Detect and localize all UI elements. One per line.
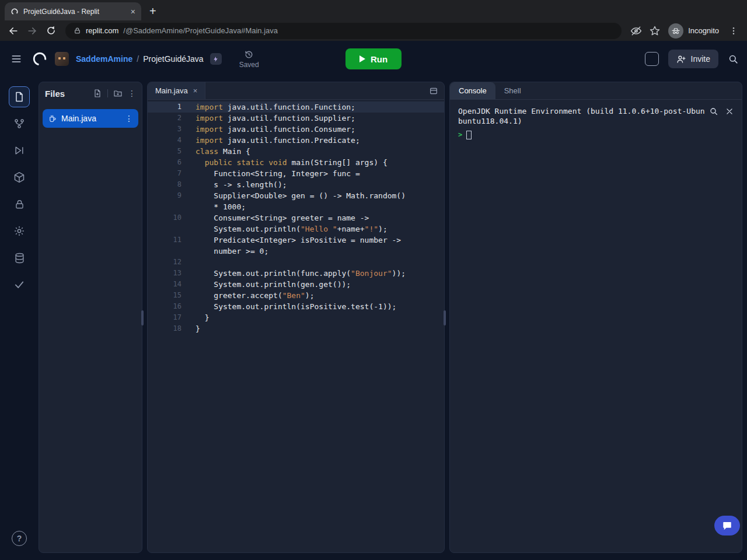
line-number[interactable]: 7 xyxy=(148,168,181,179)
help-button[interactable]: ? xyxy=(12,531,27,546)
browser-tab[interactable]: ProjetGuidéJava - Replit × xyxy=(5,2,141,20)
forward-icon[interactable] xyxy=(23,22,41,40)
code-row[interactable]: 6 public static void main(String[] args)… xyxy=(148,157,444,168)
project-status-icon[interactable] xyxy=(210,53,222,65)
code-row[interactable]: 15 greeter.accept("Ben"); xyxy=(148,290,444,301)
code-row[interactable]: 16 System.out.println(isPositive.test(-1… xyxy=(148,301,444,312)
line-number[interactable]: 10 xyxy=(148,212,181,223)
code-row[interactable]: 13 System.out.println(func.apply("Bonjou… xyxy=(148,268,444,279)
code-text: System.out.println("Hello "+name+"!"); xyxy=(181,223,388,235)
sidebar-item-run-config[interactable] xyxy=(9,140,30,161)
gear-icon xyxy=(13,225,25,237)
code-row[interactable]: 8 s -> s.length(); xyxy=(148,179,444,190)
sidebar-item-tests[interactable] xyxy=(9,274,30,295)
code-row[interactable]: 14 System.out.println(gen.get()); xyxy=(148,279,444,290)
code-row[interactable]: 3import java.util.function.Consumer; xyxy=(148,124,444,135)
line-number[interactable]: 1 xyxy=(148,102,181,113)
code-row[interactable]: 18} xyxy=(148,323,444,334)
sidebar-item-files[interactable] xyxy=(9,86,30,107)
https-lock-icon[interactable] xyxy=(74,27,81,34)
eye-off-icon[interactable] xyxy=(627,22,645,40)
line-number[interactable] xyxy=(148,201,181,212)
code-row[interactable]: 1import java.util.function.Function; xyxy=(148,102,444,113)
invite-button[interactable]: Invite xyxy=(668,50,718,68)
user-avatar[interactable] xyxy=(55,52,69,66)
history-icon[interactable] xyxy=(244,50,254,60)
code-row[interactable]: System.out.println("Hello "+name+"!"); xyxy=(148,223,444,235)
hamburger-menu-icon[interactable] xyxy=(8,51,25,67)
file-item-menu-icon[interactable]: ⋮ xyxy=(125,114,133,123)
line-number[interactable] xyxy=(148,223,181,235)
line-number[interactable] xyxy=(148,246,181,257)
search-icon[interactable] xyxy=(728,54,739,65)
code-editor[interactable]: 1import java.util.function.Function;2imp… xyxy=(148,100,444,552)
editor-tab-close-icon[interactable]: × xyxy=(193,87,198,94)
sidebar-item-packages[interactable] xyxy=(9,167,30,188)
panel-resize-handle[interactable] xyxy=(444,310,446,326)
files-menu-icon[interactable]: ⋮ xyxy=(128,89,136,97)
bookmark-star-icon[interactable] xyxy=(646,22,664,40)
sidebar-item-database[interactable] xyxy=(9,247,30,268)
replit-logo-icon[interactable] xyxy=(32,51,48,67)
line-number[interactable]: 6 xyxy=(148,157,181,168)
code-row[interactable]: 11 Predicate<Integer> isPositive = numbe… xyxy=(148,235,444,246)
console-clear-icon[interactable] xyxy=(725,107,734,116)
add-folder-icon[interactable] xyxy=(113,89,123,98)
back-icon[interactable] xyxy=(5,22,22,40)
code-text: greeter.accept("Ben"); xyxy=(181,290,315,301)
line-number[interactable]: 12 xyxy=(148,257,181,268)
code-row[interactable]: * 1000; xyxy=(148,201,444,212)
panel-resize-handle[interactable] xyxy=(141,310,144,326)
console-output-line: buntu118.04.1) xyxy=(458,116,734,126)
saved-label: Saved xyxy=(239,61,259,69)
sidebar-item-settings[interactable] xyxy=(9,220,30,242)
line-number[interactable]: 13 xyxy=(148,268,181,279)
console-prompt-row[interactable]: > xyxy=(458,130,734,140)
files-actions: ⋮ xyxy=(93,89,136,98)
line-number[interactable]: 4 xyxy=(148,135,181,146)
code-row[interactable]: number >= 0; xyxy=(148,246,444,257)
collapse-pane-icon[interactable] xyxy=(429,86,444,96)
line-number[interactable]: 3 xyxy=(148,124,181,135)
console-search-icon[interactable] xyxy=(709,107,718,116)
tab-shell[interactable]: Shell xyxy=(495,82,530,99)
breadcrumb-username[interactable]: SaddemAmine xyxy=(76,54,132,64)
line-number[interactable]: 5 xyxy=(148,146,181,157)
code-row[interactable]: 12 xyxy=(148,257,444,268)
code-row[interactable]: 7 Function<String, Integer> func = xyxy=(148,168,444,179)
breadcrumb-project[interactable]: ProjetGuidéJava xyxy=(143,54,204,64)
panel-layout-icon[interactable] xyxy=(645,52,659,66)
line-number[interactable]: 16 xyxy=(148,301,181,312)
code-row[interactable]: 5class Main { xyxy=(148,146,444,157)
line-number[interactable]: 17 xyxy=(148,312,181,323)
add-file-icon[interactable] xyxy=(93,89,102,98)
code-row[interactable]: 2import java.util.function.Supplier; xyxy=(148,113,444,124)
sidebar-item-version-control[interactable] xyxy=(9,113,30,134)
editor-tab-main-java[interactable]: Main.java × xyxy=(148,82,205,99)
run-button[interactable]: Run xyxy=(345,48,402,69)
line-number[interactable]: 9 xyxy=(148,190,181,201)
console-output-area[interactable]: OpenJDK Runtime Environment (build 11.0.… xyxy=(450,100,742,552)
console-tabbar: Console Shell xyxy=(450,82,742,100)
code-row[interactable]: 10 Consumer<String> greeter = name -> xyxy=(148,212,444,223)
reload-icon[interactable] xyxy=(42,22,60,40)
code-row[interactable]: 4import java.util.function.Predicate; xyxy=(148,135,444,146)
tab-close-icon[interactable]: × xyxy=(131,8,135,16)
tab-console[interactable]: Console xyxy=(450,82,495,99)
line-number[interactable]: 8 xyxy=(148,179,181,190)
line-number[interactable]: 18 xyxy=(148,323,181,334)
files-title: Files xyxy=(45,89,93,99)
url-bar[interactable]: replit.com/@SaddemAmine/ProjetGuideJava#… xyxy=(65,23,622,39)
file-item-main-java[interactable]: Main.java ⋮ xyxy=(43,109,138,128)
new-tab-button[interactable]: + xyxy=(149,5,156,17)
url-host: replit.com xyxy=(86,26,118,35)
chat-button[interactable] xyxy=(714,516,740,536)
code-row[interactable]: 17 } xyxy=(148,312,444,323)
line-number[interactable]: 11 xyxy=(148,235,181,246)
line-number[interactable]: 14 xyxy=(148,279,181,290)
sidebar-item-secrets[interactable] xyxy=(9,194,30,215)
browser-menu-icon[interactable] xyxy=(725,22,742,40)
code-row[interactable]: 9 Supplier<Double> gen = () -> Math.rand… xyxy=(148,190,444,201)
line-number[interactable]: 2 xyxy=(148,113,181,124)
line-number[interactable]: 15 xyxy=(148,290,181,301)
